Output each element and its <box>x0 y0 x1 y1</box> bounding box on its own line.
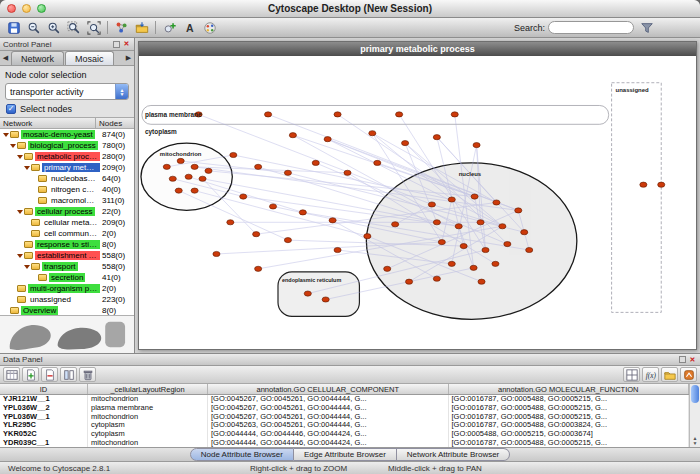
close-window-icon[interactable] <box>7 4 16 13</box>
network-node[interactable] <box>473 143 480 148</box>
select-attributes-icon[interactable] <box>3 367 20 382</box>
column-header[interactable]: _cellularLayoutRegion <box>88 384 208 394</box>
network-node[interactable] <box>334 247 341 252</box>
network-node[interactable] <box>451 112 458 117</box>
network-node[interactable] <box>640 182 647 187</box>
network-node[interactable] <box>392 222 399 227</box>
network-node[interactable] <box>304 291 311 296</box>
network-node[interactable] <box>240 194 247 199</box>
network-node[interactable] <box>175 188 182 193</box>
network-node[interactable] <box>504 242 511 247</box>
matrix-icon[interactable] <box>623 367 640 382</box>
expander-icon[interactable] <box>23 265 30 269</box>
network-node[interactable] <box>364 234 371 239</box>
network-node[interactable] <box>255 164 262 169</box>
network-node[interactable] <box>433 276 440 281</box>
network-node[interactable] <box>255 266 262 271</box>
tree-row[interactable]: biological_process780(0) <box>0 140 134 151</box>
tree-row[interactable]: establishment of l...558(0) <box>0 250 134 261</box>
new-node-icon[interactable] <box>160 19 179 36</box>
zoom-selected-icon[interactable] <box>64 19 83 36</box>
network-node[interactable] <box>448 261 455 266</box>
zoom-window-icon[interactable] <box>37 4 46 13</box>
tree-row[interactable]: response to stimu...8(0) <box>0 239 134 250</box>
network-node[interactable] <box>482 247 489 252</box>
network-node[interactable] <box>312 160 319 165</box>
annotation-icon[interactable]: A <box>180 19 199 36</box>
network-node[interactable] <box>384 266 391 271</box>
network-node[interactable] <box>658 182 665 187</box>
network-node[interactable] <box>455 224 462 229</box>
import-attributes-icon[interactable] <box>661 367 678 382</box>
network-node[interactable] <box>284 238 291 243</box>
tree-row[interactable]: primary metab...209(0) <box>0 162 134 173</box>
tab-node-attribute-browser[interactable]: Node Attribute Browser <box>190 448 294 461</box>
tree-row[interactable]: cellular process22(0) <box>0 206 134 217</box>
search-input[interactable] <box>548 21 634 34</box>
network-node[interactable] <box>269 204 276 209</box>
expander-icon[interactable] <box>16 155 23 159</box>
column-header[interactable]: annotation.GO MOLECULAR_FUNCTION <box>449 384 690 394</box>
network-node[interactable] <box>428 202 435 207</box>
scrollbar-arrows-icon[interactable]: ▲▼ <box>693 436 698 447</box>
network-node[interactable] <box>230 152 237 157</box>
tab-network[interactable]: Network <box>11 51 64 65</box>
expander-icon[interactable] <box>2 133 9 137</box>
import-network-icon[interactable] <box>132 19 151 36</box>
float-panel-icon[interactable] <box>113 41 120 48</box>
expander-icon[interactable] <box>9 144 16 148</box>
tree-row[interactable]: macromolecule...311(0) <box>0 195 134 206</box>
expander-icon[interactable] <box>16 210 23 214</box>
network-node[interactable] <box>405 279 412 284</box>
tree-row[interactable]: unassigned223(0) <box>0 294 134 305</box>
network-node[interactable] <box>402 141 409 146</box>
zoom-out-icon[interactable] <box>24 19 43 36</box>
network-node[interactable] <box>460 243 467 248</box>
tab-network-attribute-browser[interactable]: Network Attribute Browser <box>397 448 510 461</box>
network-node[interactable] <box>499 224 506 229</box>
table-vertical-scrollbar[interactable]: ▲▼ <box>689 384 700 447</box>
column-header[interactable]: ID <box>0 384 88 394</box>
zoom-in-icon[interactable] <box>44 19 63 36</box>
column-header[interactable]: annotation.GO CELLULAR_COMPONENT <box>208 384 449 394</box>
network-node[interactable] <box>433 135 440 140</box>
network-node[interactable] <box>324 137 331 142</box>
network-node[interactable] <box>369 131 376 136</box>
network-node[interactable] <box>470 265 477 270</box>
table-row[interactable]: YKR052Ccytoplasm[GO:0044444, GO:0044446,… <box>0 430 689 439</box>
network-node[interactable] <box>374 160 381 165</box>
network-node[interactable] <box>205 168 212 173</box>
network-node[interactable] <box>163 164 170 169</box>
network-node[interactable] <box>177 158 184 163</box>
network-node[interactable] <box>185 174 192 179</box>
tree-row[interactable]: secretion41(0) <box>0 272 134 283</box>
network-node[interactable] <box>477 220 484 225</box>
search-options-icon[interactable] <box>637 19 656 36</box>
network-node[interactable] <box>515 208 522 213</box>
tabs-scroll-right-icon[interactable]: ▶ <box>123 51 134 65</box>
network-node[interactable] <box>169 176 176 181</box>
table-row[interactable]: YPL036W__2plasma membrane[GO:0045267, GO… <box>0 404 689 413</box>
network-view-title[interactable]: primary metabolic process <box>139 42 696 56</box>
tree-row[interactable]: mosaic-demo-yeast874(0) <box>0 129 134 140</box>
tree-row[interactable]: nucleobase...64(0) <box>0 173 134 184</box>
minimize-window-icon[interactable] <box>22 4 31 13</box>
close-panel-icon[interactable]: ✕ <box>122 40 131 49</box>
tab-mosaic[interactable]: Mosaic <box>65 51 114 65</box>
network-node[interactable] <box>227 220 234 225</box>
network-node[interactable] <box>213 251 220 256</box>
network-node[interactable] <box>253 232 260 237</box>
create-network-icon[interactable] <box>112 19 131 36</box>
expander-icon[interactable] <box>16 254 23 258</box>
network-edge[interactable] <box>179 191 288 240</box>
scrollbar-thumb[interactable] <box>691 385 699 403</box>
network-node[interactable] <box>289 133 296 138</box>
network-node[interactable] <box>471 194 478 199</box>
delete-attribute-icon[interactable] <box>41 367 58 382</box>
network-node[interactable] <box>448 197 455 202</box>
tree-row[interactable]: metabolic process280(0) <box>0 151 134 162</box>
batch-attribute-icon[interactable] <box>60 367 77 382</box>
save-icon[interactable] <box>4 19 23 36</box>
tree-row[interactable]: transport558(0) <box>0 261 134 272</box>
close-panel-icon[interactable]: ✕ <box>688 355 697 364</box>
